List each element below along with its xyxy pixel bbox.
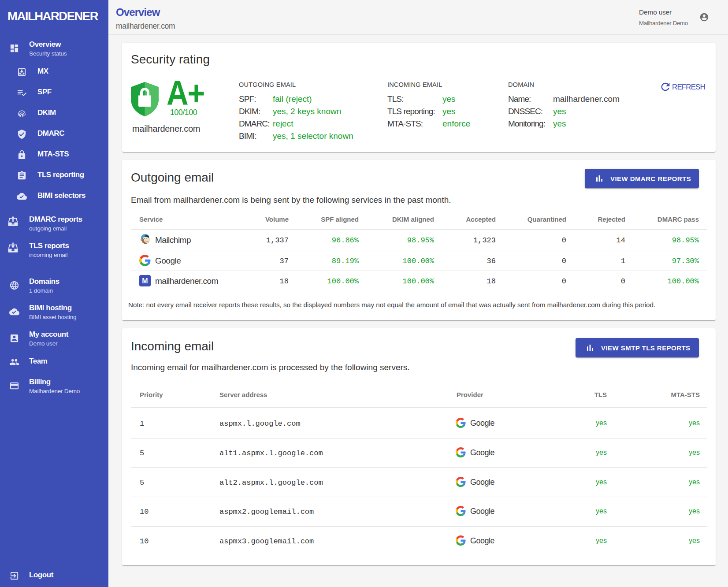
- svg-text:M: M: [142, 277, 148, 285]
